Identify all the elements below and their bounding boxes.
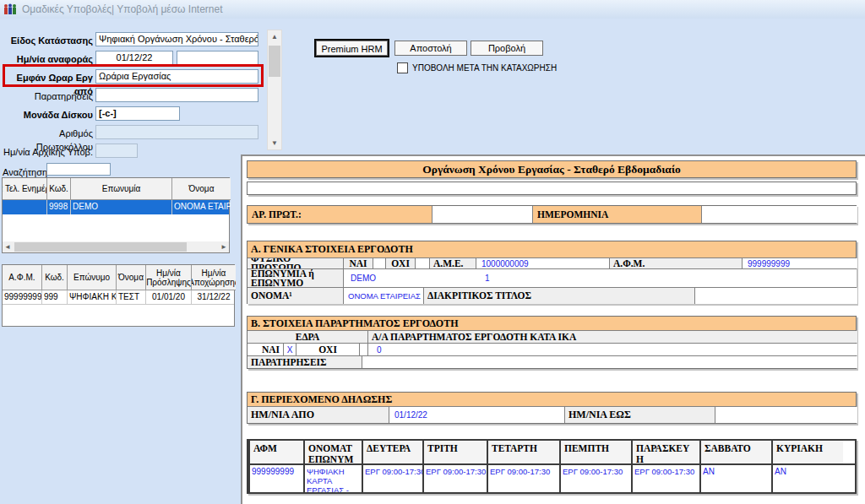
premium-hrm-button[interactable]: Premium HRM <box>316 41 388 56</box>
schedule-col-wednesday: ΤΕΤΑΡΤΗ <box>487 441 559 463</box>
monada-diskou-label: Μονάδα Δίσκου <box>2 108 93 122</box>
employee-code[interactable]: 999 <box>42 290 68 304</box>
schedule-col-afm: ΑΦΜ <box>248 441 303 463</box>
edra-nai-label: ΝΑΙ <box>248 344 283 355</box>
paratiriseis-label: Παρατηρήσεις <box>2 89 93 103</box>
nai-label: ΝΑΙ <box>343 258 373 268</box>
eidos-katastasis-input[interactable]: Ψηφιακή Οργάνωση Χρόνου - Σταθερό Εβδομ <box>95 32 258 46</box>
people-icon <box>3 3 17 15</box>
ame-label: Α.Μ.Ε. <box>429 258 476 268</box>
schedule-friday: ΕΡΓ 09:00-17:30 <box>631 465 699 492</box>
employee-onoma[interactable]: ΤΕΣΤ <box>117 290 146 304</box>
companies-table-row[interactable]: 9998 DEMO ΟΝΟΜΑ ΕΤΑΙΡΕΙΑΣ <box>3 200 229 214</box>
company-onoma[interactable]: ΟΝΟΜΑ ΕΤΑΙΡΕΙΑΣ <box>172 200 231 214</box>
schedule-sunday: ΑΝ <box>771 465 843 492</box>
oxi-box[interactable] <box>415 258 429 268</box>
red-highlight-box <box>3 64 264 87</box>
protocol-number-value <box>432 206 532 223</box>
paratiriseis-doc-value <box>362 356 857 368</box>
schedule-col-thursday: ΠΕΜΠΤΗ <box>559 441 631 463</box>
afm-value: 999999999 <box>742 258 857 268</box>
monada-diskou-input[interactable]: [-c-] <box>95 106 180 121</box>
protokollo-input <box>95 125 258 139</box>
company-code[interactable]: 9998 <box>47 200 71 214</box>
protocol-date-value <box>701 206 857 223</box>
arxiki-ypov-input <box>95 144 138 158</box>
employees-col-hired[interactable]: Ημ/νία Πρόσληψης <box>146 265 192 290</box>
aa-pararthmatos-label: Α/Α ΠΑΡΑΡΤΗΜΑΤΟΣ ΕΡΓΟΔΟΤΗ ΚΑΤΑ ΙΚΑ <box>367 331 857 343</box>
companies-col-updated[interactable]: Ημ/νία Τελ. Ενημέρωσης <box>3 178 47 200</box>
fysiko-prosopo-label: ΦΥΣΙΚΟ ΠΡΟΣΩΠΟ <box>248 258 343 268</box>
scroll-left-icon[interactable]: ◄ <box>4 243 11 251</box>
application-window: Ομαδικές Υποβολές| Υποβολή μέσω Internet… <box>0 0 865 504</box>
arxiki-ypov-label: Ημ/νία Αρχικής Υποβ. <box>2 145 93 159</box>
onoma-label: ΟΝΟΜΑ¹ <box>248 288 343 304</box>
schedule-col-name: ΟΝΟΜΑΤΕΠΩΝΥΜΟ <box>303 441 362 463</box>
employees-col-code[interactable]: Κωδ. <box>42 265 68 290</box>
companies-col-onoma[interactable]: Όνομα <box>172 178 231 200</box>
companies-col-eponymia[interactable]: Επωνυμία <box>71 178 172 200</box>
afm-label: Α.Φ.Μ. <box>609 258 742 268</box>
employee-eponymo[interactable]: ΨΗΦΙΑΚΗ ΚΑΡΤΑ <box>68 290 117 304</box>
eponymia-label: ΕΠΩΝΥΜΙΑ ή ΕΠΩΝΥΜΟ <box>248 269 343 287</box>
apostoli-button[interactable]: Αποστολή <box>394 41 467 56</box>
paratiriseis-input[interactable] <box>95 88 258 102</box>
aa-pararthmatos-value: 0 <box>367 344 857 355</box>
employee-left[interactable]: 31/12/22 <box>192 290 236 304</box>
section-b-title: Β. ΣΤΟΙΧΕΙΑ ΠΑΡΑΡΤΗΜΑΤΟΣ ΕΡΓΟΔΟΤΗ <box>248 317 856 330</box>
nai-box[interactable] <box>373 258 385 268</box>
date-from-value: 01/12/22 <box>389 407 564 423</box>
diakritikos-value <box>694 288 857 304</box>
scrollbar-thumb[interactable] <box>269 46 280 77</box>
title-bar: Ομαδικές Υποβολές| Υποβολή μέσω Internet <box>0 0 865 19</box>
edra-nai-box[interactable]: X <box>283 344 296 355</box>
hscrollbar-thumb[interactable] <box>14 242 187 252</box>
paratiriseis-doc-label: ΠΑΡΑΤΗΡΗΣΕΙΣ <box>248 356 362 368</box>
schedule-saturday: ΑΝ <box>699 465 771 492</box>
date-from-label: ΗΜ/ΝΙΑ ΑΠΟ <box>248 407 389 423</box>
schedule-monday: ΕΡΓ 09:00-17:30 <box>362 465 422 492</box>
provoli-button[interactable]: Προβολή <box>471 41 543 56</box>
edra-oxi-box[interactable] <box>359 344 367 355</box>
protocol-number-label: ΑΡ. ΠΡΩΤ.: <box>248 206 432 223</box>
scroll-up-icon[interactable]: ▲ <box>268 33 281 41</box>
companies-horizontal-scrollbar[interactable]: ◄ ► <box>3 241 229 252</box>
section-b: Β. ΣΤΟΙΧΕΙΑ ΠΑΡΑΡΤΗΜΑΤΟΣ ΕΡΓΟΔΟΤΗ ΕΔΡΑ Α… <box>247 316 857 369</box>
schedule-table: ΑΦΜ ΟΝΟΜΑΤΕΠΩΝΥΜΟ ΔΕΥΤΕΡΑ ΤΡΙΤΗ ΤΕΤΑΡΤΗ … <box>247 439 857 494</box>
ame-value: 1000000009 <box>476 258 609 268</box>
companies-col-code[interactable]: Κωδ. <box>47 178 71 200</box>
form-vertical-scrollbar[interactable]: ▲ ▼ <box>267 30 282 150</box>
search-input[interactable] <box>46 163 111 176</box>
company-updated[interactable] <box>3 200 47 214</box>
employees-table: Α.Φ.Μ. Κωδ. Επώνυμο Όνομα Ημ/νία Πρόσληψ… <box>2 264 235 327</box>
document-panel: Οργάνωση Χρόνου Εργασίας - Σταθερό Εβδομ… <box>241 154 865 504</box>
scroll-right-icon[interactable]: ► <box>220 243 227 251</box>
imnia-anaforas-input[interactable]: 01/12/22 <box>95 51 173 65</box>
employees-col-left[interactable]: Ημ/νία Αποχώρησης <box>192 265 236 290</box>
employees-table-row[interactable]: 999999999 999 ΨΗΦΙΑΚΗ ΚΑΡΤΑ ΤΕΣΤ 01/01/2… <box>3 290 234 305</box>
employee-hired[interactable]: 01/01/20 <box>146 290 192 304</box>
imnia-anaforas-input-2[interactable] <box>177 51 258 65</box>
companies-table: Ημ/νία Τελ. Ενημέρωσης Κωδ. Επωνυμία Όνο… <box>2 177 230 253</box>
submit-after-save-checkbox[interactable] <box>397 62 408 73</box>
schedule-afm: 999999999 <box>248 465 303 492</box>
employees-col-eponymo[interactable]: Επώνυμο <box>68 265 117 290</box>
section-a-title: Α. ΓΕΝΙΚΑ ΣΤΟΙΧΕΙΑ ΕΡΓΟΔΟΤΗ <box>248 241 856 257</box>
edra-label: ΕΔΡΑ <box>248 331 367 343</box>
schedule-col-sunday: ΚΥΡΙΑΚΗ <box>771 441 843 463</box>
schedule-row: 999999999 ΨΗΦΙΑΚΗ ΚΑΡΤΑ ΕΡΓΑΣΙΑΣ - ΤΕΣΤ … <box>248 463 855 492</box>
company-eponymia[interactable]: DEMO <box>71 200 172 214</box>
employee-afm[interactable]: 999999999 <box>3 290 42 304</box>
section-c-title: Γ. ΠΕΡΙΕΧΟΜΕΝΟ ΔΗΛΩΣΗΣ <box>248 393 856 406</box>
onoma-text: ΟΝΟΜΑ ΕΤΑΙΡΕΙΑΣ <box>348 291 421 301</box>
schedule-thursday: ΕΡΓ 09:00-17:30 <box>559 465 631 492</box>
schedule-col-monday: ΔΕΥΤΕΡΑ <box>362 441 422 463</box>
employees-col-afm[interactable]: Α.Φ.Μ. <box>3 265 42 290</box>
date-to-label: ΗΜ/ΝΙΑ ΕΩΣ <box>564 407 715 423</box>
eponymia-number: 1 <box>485 274 490 283</box>
eponymia-text: DEMO <box>351 274 376 283</box>
eidos-katastasis-label: Είδος Κατάστασης <box>2 34 93 47</box>
scroll-down-icon[interactable]: ▼ <box>268 139 281 147</box>
schedule-name: ΨΗΦΙΑΚΗ ΚΑΡΤΑ ΕΡΓΑΣΙΑΣ - ΤΕΣΤ <box>303 465 362 492</box>
employees-col-onoma[interactable]: Όνομα <box>117 265 146 290</box>
